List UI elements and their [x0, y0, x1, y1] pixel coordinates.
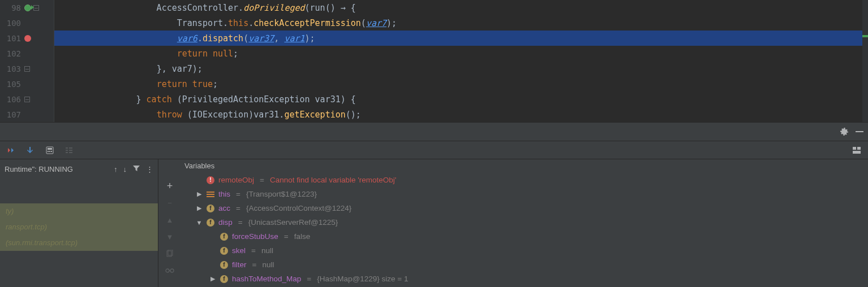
expand-arrow-icon[interactable]: ▶ [196, 190, 203, 198]
debug-toolbar [0, 141, 868, 159]
down-icon[interactable]: ▼ [165, 232, 175, 242]
variables-rail: + − ▲ ▼ [162, 159, 178, 287]
variable-name: acc [218, 204, 230, 212]
fold-icon[interactable] [24, 97, 30, 102]
variable-value: {UnicastServerRef@1225} [248, 218, 338, 227]
variable-value: {HashMap@1229} size = 1 [317, 275, 408, 283]
variable-row[interactable]: ▶this = {Transport$1@1223} [179, 187, 868, 201]
gutter-line[interactable]: 107 [0, 107, 54, 122]
code-line[interactable]: AccessController.doPrivileged(run() → { [54, 0, 868, 15]
editor: 98100101102103105106107 AccessController… [0, 0, 868, 122]
frames-list[interactable]: ty)ransport.tcp)(sun.rmi.transport.tcp) [0, 179, 158, 287]
gutter-line[interactable]: 105 [0, 76, 54, 92]
frames-status: Runtime": RUNNING [5, 165, 73, 173]
list-icon[interactable] [65, 146, 74, 155]
panel-header-bar [0, 122, 868, 141]
code-line[interactable]: return null; [54, 46, 868, 61]
variable-name: forceStubUse [232, 232, 278, 241]
fold-icon[interactable] [24, 66, 30, 72]
gutter-line[interactable]: 103 [0, 61, 54, 76]
execution-point-icon[interactable] [24, 5, 31, 11]
copy-icon[interactable] [165, 249, 175, 259]
variable-row[interactable]: ▶fhashToMethod_Map = {HashMap@1229} size… [179, 272, 868, 286]
expand-arrow-icon[interactable]: ▶ [209, 275, 216, 282]
editor-overview-ruler[interactable] [862, 0, 868, 122]
expand-arrow-icon[interactable]: ▶ [196, 205, 203, 212]
variable-row[interactable]: fforceStubUse = false [179, 229, 868, 243]
more-icon[interactable]: ⋮ [146, 165, 153, 173]
minus-icon[interactable]: − [165, 198, 175, 208]
frames-panel: Runtime": RUNNING ↑ ↓ ⋮ ty)ransport.tcp)… [0, 159, 158, 287]
step-shuffle-icon[interactable] [7, 146, 16, 155]
variable-row[interactable]: !remoteObj = Cannot find local variable … [179, 173, 868, 187]
svg-rect-6 [66, 147, 68, 149]
step-into-icon[interactable] [26, 146, 35, 155]
svg-rect-1 [46, 147, 53, 154]
svg-point-18 [170, 269, 174, 272]
variable-value: null [262, 260, 274, 269]
breakpoint-icon[interactable] [24, 35, 31, 42]
calculator-icon[interactable] [45, 146, 54, 155]
error-icon: ! [206, 176, 215, 185]
field-icon: f [220, 232, 229, 241]
variable-name: skel [232, 246, 246, 255]
frames-header: Runtime": RUNNING ↑ ↓ ⋮ [0, 159, 158, 179]
layout-icon[interactable] [852, 146, 861, 155]
variable-value: {AccessControlContext@1224} [246, 204, 351, 212]
funnel-icon[interactable] [132, 164, 140, 174]
variable-row[interactable]: ▶facc = {AccessControlContext@1224} [179, 201, 868, 215]
minimize-icon[interactable] [856, 128, 863, 136]
add-watch-icon[interactable]: + [165, 181, 175, 191]
expand-arrow-icon[interactable]: ▼ [196, 219, 203, 226]
variables-tree[interactable]: !remoteObj = Cannot find local variable … [179, 173, 868, 287]
code-line[interactable]: } catch (PrivilegedActionException var31… [54, 92, 868, 107]
arrow-up-icon[interactable]: ↑ [114, 165, 118, 173]
code-line[interactable]: }, var7); [54, 61, 868, 76]
overview-mark[interactable] [862, 35, 868, 37]
variable-row[interactable]: ffilter = null [179, 258, 868, 272]
editor-code[interactable]: AccessController.doPrivileged(run() → { … [54, 0, 868, 122]
variable-row[interactable]: fskel = null [179, 243, 868, 258]
up-icon[interactable]: ▲ [165, 215, 175, 225]
variable-name: this [218, 190, 230, 198]
code-line[interactable]: return true; [54, 76, 868, 92]
glasses-icon[interactable] [165, 266, 175, 276]
svg-rect-13 [857, 147, 861, 150]
variable-value: Cannot find local variable 'remoteObj' [270, 176, 397, 184]
variables-title: Variables [179, 159, 868, 173]
gutter-line[interactable]: 106 [0, 92, 54, 107]
svg-rect-5 [51, 151, 52, 152]
code-line[interactable]: var6.dispatch(var37, var1); [54, 31, 868, 46]
svg-rect-14 [853, 151, 861, 154]
svg-rect-11 [69, 152, 72, 153]
variable-value: false [294, 232, 311, 241]
frame-item[interactable]: ransport.tcp) [0, 219, 158, 235]
fold-icon[interactable] [33, 5, 39, 11]
frame-item[interactable] [0, 179, 158, 203]
gear-icon[interactable] [840, 127, 849, 136]
svg-rect-10 [69, 150, 72, 151]
field-icon: f [206, 204, 215, 213]
gutter-line[interactable]: 100 [0, 15, 54, 31]
variable-row[interactable]: ▼fdisp = {UnicastServerRef@1225} [179, 215, 868, 229]
svg-rect-0 [856, 131, 863, 132]
editor-gutter: 98100101102103105106107 [0, 0, 54, 122]
svg-rect-3 [48, 151, 49, 152]
variable-value: null [261, 246, 273, 255]
debug-body: Runtime": RUNNING ↑ ↓ ⋮ ty)ransport.tcp)… [0, 159, 868, 287]
svg-rect-9 [69, 147, 72, 149]
gutter-line[interactable]: 101 [0, 31, 54, 46]
variable-name: filter [232, 260, 247, 269]
arrow-down-icon[interactable]: ↓ [123, 165, 127, 173]
gutter-line[interactable]: 102 [0, 46, 54, 61]
variable-name: disp [218, 218, 233, 227]
svg-rect-12 [853, 147, 856, 150]
svg-point-17 [166, 269, 169, 272]
code-line[interactable]: throw (IOException)var31.getException(); [54, 107, 868, 122]
frame-item[interactable]: (sun.rmi.transport.tcp) [0, 235, 158, 251]
frame-item[interactable]: ty) [0, 203, 158, 219]
variable-name: remoteObj [218, 176, 254, 184]
gutter-line[interactable]: 98 [0, 0, 54, 15]
code-line[interactable]: Transport.this.checkAcceptPermission(var… [54, 15, 868, 31]
svg-rect-2 [48, 148, 52, 150]
